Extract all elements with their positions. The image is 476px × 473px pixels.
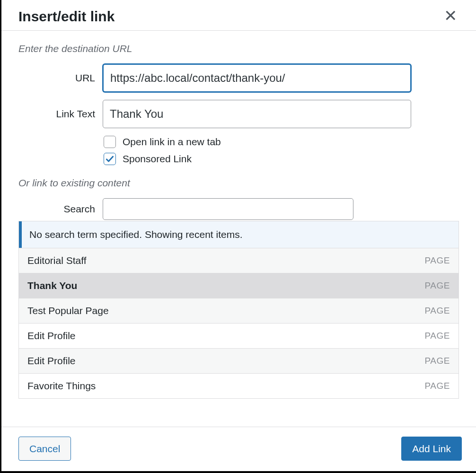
- search-result-type: PAGE: [425, 356, 450, 366]
- link-text-label: Link Text: [18, 108, 103, 120]
- search-result-item[interactable]: Editorial StaffPAGE: [19, 248, 458, 273]
- dialog-footer: Cancel Add Link: [1, 427, 476, 471]
- search-result-item[interactable]: Edit ProfilePAGE: [19, 348, 458, 373]
- search-result-type: PAGE: [425, 280, 450, 291]
- existing-content-section: Or link to existing content Search No se…: [18, 177, 459, 399]
- cancel-button[interactable]: Cancel: [18, 437, 71, 461]
- search-result-title: Edit Profile: [27, 355, 76, 367]
- search-result-title: Thank You: [27, 280, 77, 291]
- sponsored-link-label: Sponsored Link: [123, 153, 192, 165]
- url-row: URL: [18, 64, 459, 92]
- search-results-list: Editorial StaffPAGEThank YouPAGETest Pop…: [19, 248, 458, 398]
- search-result-type: PAGE: [425, 381, 450, 391]
- dialog-body: Enter the destination URL URL Link Text …: [1, 31, 476, 427]
- search-result-title: Editorial Staff: [27, 255, 87, 266]
- search-result-type: PAGE: [425, 306, 450, 316]
- insert-edit-link-dialog: Insert/edit link ✕ Enter the destination…: [0, 0, 476, 473]
- search-result-item[interactable]: Edit ProfilePAGE: [19, 323, 458, 348]
- search-result-title: Test Popular Page: [27, 305, 109, 316]
- link-text-input[interactable]: [103, 100, 411, 128]
- url-input[interactable]: [103, 64, 411, 92]
- search-row: Search: [18, 198, 459, 220]
- search-input[interactable]: [103, 198, 353, 220]
- add-link-button[interactable]: Add Link: [401, 437, 462, 461]
- search-result-title: Edit Profile: [27, 330, 76, 342]
- dialog-header: Insert/edit link ✕: [1, 0, 476, 31]
- url-label: URL: [18, 72, 103, 84]
- sponsored-row: Sponsored Link: [104, 153, 459, 165]
- dialog-title: Insert/edit link: [18, 9, 115, 25]
- search-result-item[interactable]: Thank YouPAGE: [19, 273, 458, 298]
- link-text-row: Link Text: [18, 100, 459, 128]
- search-label: Search: [18, 203, 103, 215]
- search-result-item[interactable]: Favorite ThingsPAGE: [19, 373, 458, 398]
- close-button[interactable]: ✕: [442, 8, 459, 24]
- search-result-title: Favorite Things: [27, 380, 96, 392]
- destination-url-hint: Enter the destination URL: [18, 43, 459, 54]
- open-new-tab-label: Open link in a new tab: [123, 136, 221, 148]
- open-new-tab-row: Open link in a new tab: [104, 136, 459, 148]
- search-result-type: PAGE: [425, 331, 450, 341]
- close-icon: ✕: [444, 7, 457, 25]
- search-results-banner: No search term specified. Showing recent…: [19, 221, 458, 248]
- search-results: No search term specified. Showing recent…: [18, 221, 459, 399]
- existing-content-hint: Or link to existing content: [18, 177, 459, 189]
- search-result-item[interactable]: Test Popular PagePAGE: [19, 298, 458, 323]
- open-new-tab-checkbox[interactable]: [104, 136, 116, 148]
- checkbox-area: Open link in a new tab Sponsored Link: [18, 136, 459, 165]
- sponsored-link-checkbox[interactable]: [104, 153, 116, 165]
- search-result-type: PAGE: [425, 255, 450, 266]
